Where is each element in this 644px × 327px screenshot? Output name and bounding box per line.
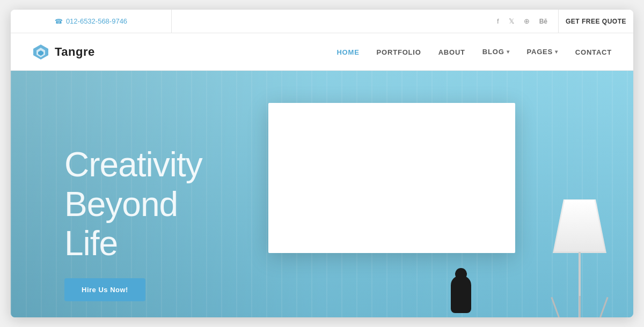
nav-link-contact[interactable]: CONTACT xyxy=(575,48,612,56)
hero-section: Creativity Beyond Life Hire Us Now! xyxy=(11,71,633,317)
hero-lamp xyxy=(542,189,617,317)
blog-chevron-icon: ▾ xyxy=(507,49,510,55)
nav-item-portfolio[interactable]: PORTFOLIO xyxy=(377,47,421,57)
lamp-shade-inner xyxy=(553,200,606,252)
phone-icon: ☎ xyxy=(55,18,63,25)
lamp-legs xyxy=(558,296,601,317)
navbar: Tangre HOME PORTFOLIO ABOUT BLOG ▾ xyxy=(11,33,633,71)
nav-link-pages[interactable]: PAGES ▾ xyxy=(526,48,558,56)
lamp-leg-left xyxy=(551,297,559,317)
nav-item-home[interactable]: HOME xyxy=(336,47,359,57)
hero-cta: Hire Us Now! xyxy=(64,278,145,301)
twitter-icon[interactable]: 𝕏 xyxy=(509,17,514,25)
nav-links: HOME PORTFOLIO ABOUT BLOG ▾ PAGE xyxy=(140,47,612,57)
nav-item-blog[interactable]: BLOG ▾ xyxy=(482,48,510,56)
phone-bar: ☎ 012-6532-568-9746 xyxy=(11,10,172,33)
logo-icon xyxy=(32,43,49,61)
hero-canvas-artwork xyxy=(268,103,515,253)
nav-item-pages[interactable]: PAGES ▾ xyxy=(526,48,558,56)
social-links: f 𝕏 ⊕ Bē xyxy=(172,17,558,25)
nav-link-blog[interactable]: BLOG ▾ xyxy=(482,48,510,56)
pages-chevron-icon: ▾ xyxy=(555,49,558,55)
pinterest-icon[interactable]: ⊕ xyxy=(524,17,530,25)
hero-figurine xyxy=(451,276,471,313)
hire-us-button[interactable]: Hire Us Now! xyxy=(64,278,145,301)
hero-title-line3: Life xyxy=(64,224,202,264)
lamp-leg-right xyxy=(599,297,608,317)
logo[interactable]: Tangre xyxy=(32,43,140,61)
lamp-leg-center xyxy=(579,296,581,317)
hero-title-line1: Creativity xyxy=(64,145,202,185)
nav-link-about[interactable]: ABOUT xyxy=(438,48,465,56)
nav-link-home[interactable]: HOME xyxy=(336,48,359,56)
facebook-icon[interactable]: f xyxy=(497,17,499,25)
hero-content: Creativity Beyond Life xyxy=(64,145,202,264)
logo-text: Tangre xyxy=(55,45,95,59)
nav-link-portfolio[interactable]: PORTFOLIO xyxy=(377,48,421,56)
browser-frame: ☎ 012-6532-568-9746 f 𝕏 ⊕ Bē GET FREE QU… xyxy=(11,10,633,317)
nav-item-contact[interactable]: CONTACT xyxy=(575,47,612,57)
hero-title-line2: Beyond xyxy=(64,185,202,225)
top-bar: ☎ 012-6532-568-9746 f 𝕏 ⊕ Bē GET FREE QU… xyxy=(11,10,633,33)
phone-number: 012-6532-568-9746 xyxy=(66,17,127,25)
nav-item-about[interactable]: ABOUT xyxy=(438,47,465,57)
hero-title: Creativity Beyond Life xyxy=(64,145,202,264)
figurine-body xyxy=(451,276,471,313)
behance-icon[interactable]: Bē xyxy=(539,18,547,25)
get-free-quote-button[interactable]: GET FREE QUOTE xyxy=(558,10,633,33)
